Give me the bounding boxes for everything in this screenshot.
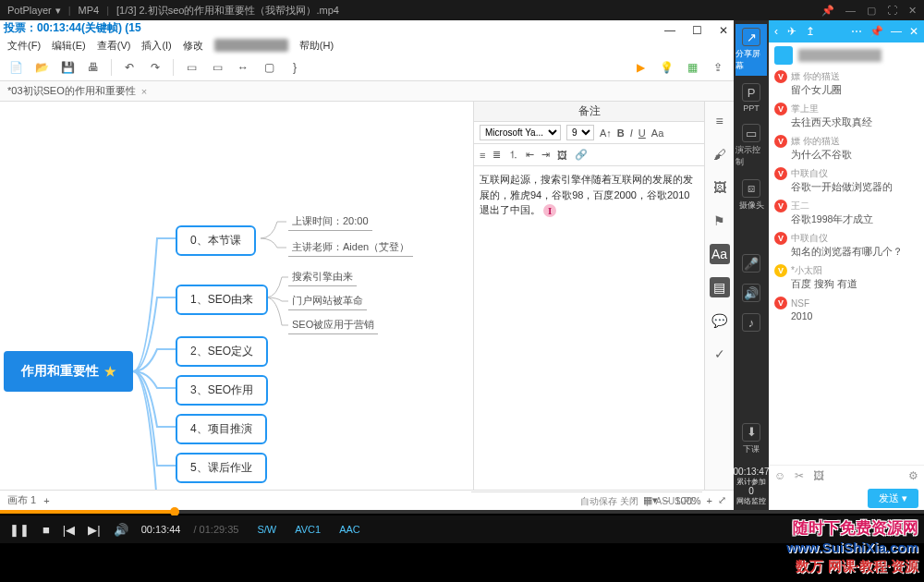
- present-icon[interactable]: ▶: [630, 57, 650, 78]
- inner-minimize-icon[interactable]: —: [664, 24, 675, 37]
- notes-toggle-icon[interactable]: ▤: [710, 277, 730, 297]
- stop-button[interactable]: ■: [43, 523, 50, 537]
- zoom-in-icon[interactable]: +: [707, 495, 712, 506]
- menu-help[interactable]: 帮助(H): [299, 39, 334, 53]
- notes-textarea[interactable]: 互联网起源，搜索引擎伴随着互联网的发展的发展的，雅虎94，谷歌98，百度2000…: [474, 166, 704, 490]
- close-icon[interactable]: ✕: [908, 5, 917, 17]
- back-icon[interactable]: ‹: [774, 25, 778, 38]
- canvas-label[interactable]: 画布 1: [7, 493, 36, 507]
- format-brush-icon[interactable]: 🖌: [710, 144, 730, 164]
- document-tab[interactable]: *03初识SEO的作用和重要性 ×: [0, 81, 734, 102]
- underline-button[interactable]: U: [638, 127, 646, 139]
- print-icon[interactable]: 🖶: [83, 57, 103, 78]
- fit-icon[interactable]: ⤢: [718, 494, 726, 506]
- outline-icon[interactable]: ≡: [710, 111, 730, 131]
- list-number-icon[interactable]: ⒈: [508, 148, 518, 162]
- share-screen-button[interactable]: ↗ 分享屏幕: [736, 24, 767, 76]
- chat-list[interactable]: V嫖 你的猫送留个女儿圈V掌上里去往西天求取真经V嫖 你的猫送为什么不谷歌V中联…: [769, 68, 924, 465]
- subtopic-icon[interactable]: ▭: [207, 57, 227, 78]
- summary-icon[interactable]: }: [285, 57, 305, 78]
- emoji-icon[interactable]: ☺: [774, 469, 785, 482]
- boundary-icon[interactable]: ▢: [259, 57, 279, 78]
- prev-button[interactable]: |◀: [63, 523, 75, 537]
- next-button[interactable]: ▶|: [88, 523, 100, 537]
- new-icon[interactable]: 📄: [6, 57, 26, 78]
- relation-icon[interactable]: ↔: [233, 57, 253, 78]
- end-class-button[interactable]: ⬇ 下课: [736, 419, 767, 459]
- image-panel-icon[interactable]: 🖼: [710, 177, 730, 198]
- align-left-icon[interactable]: ≡: [480, 150, 485, 161]
- node-5[interactable]: 5、课后作业: [176, 453, 267, 483]
- root-node[interactable]: 作用和重要性★: [4, 351, 133, 392]
- indent-icon[interactable]: ⇥: [541, 149, 550, 161]
- font-bigger-icon[interactable]: A↑: [600, 127, 612, 139]
- inner-maximize-icon[interactable]: ☐: [692, 24, 702, 37]
- outdent-icon[interactable]: ⇤: [526, 149, 534, 161]
- menu-view[interactable]: 查看(V): [97, 39, 131, 53]
- settings-icon[interactable]: ⚙: [908, 469, 918, 482]
- chat-min-icon[interactable]: —: [891, 25, 902, 38]
- bold-button[interactable]: B: [617, 127, 625, 139]
- chat-pin-icon[interactable]: 📌: [869, 25, 883, 38]
- decoder-mode[interactable]: S/W: [257, 524, 276, 535]
- topic-icon[interactable]: ▭: [181, 57, 201, 78]
- dropdown-icon[interactable]: ▾: [55, 5, 61, 17]
- picture-icon[interactable]: 🖼: [813, 469, 824, 482]
- pause-button[interactable]: ❚❚: [9, 523, 30, 537]
- task-icon[interactable]: ✓: [710, 344, 730, 364]
- minimize-icon[interactable]: —: [845, 5, 856, 17]
- menu-modify[interactable]: 修改: [183, 39, 203, 53]
- node-0[interactable]: 0、本节课: [176, 225, 256, 256]
- node-4[interactable]: 4、项目推演: [176, 414, 267, 444]
- ppt-button[interactable]: P PPT: [736, 79, 767, 116]
- idea-icon[interactable]: 💡: [656, 57, 676, 78]
- maximize-icon[interactable]: ▢: [867, 5, 876, 17]
- progress-bar[interactable]: [0, 510, 924, 514]
- volume-icon[interactable]: 🔊: [114, 523, 128, 537]
- scissors-icon[interactable]: ✂: [795, 469, 804, 482]
- italic-button[interactable]: I: [630, 127, 633, 139]
- present-control-button[interactable]: ▭ 演示控制: [736, 120, 767, 172]
- chat-close-icon[interactable]: ✕: [909, 25, 918, 38]
- text-case-icon[interactable]: Aa: [651, 127, 663, 139]
- mindmap-canvas[interactable]: 作用和重要性★ 0、本节课 1、SEO由来 2、SEO定义 3、SEO作用 4、…: [0, 102, 473, 490]
- open-icon[interactable]: 📂: [31, 57, 52, 78]
- send-button[interactable]: 发送 ▾: [868, 489, 918, 508]
- export-icon[interactable]: ↥: [806, 25, 815, 38]
- camera-button[interactable]: ⧇ 摄像头: [736, 176, 767, 215]
- pin-icon[interactable]: 📌: [821, 5, 834, 17]
- menu-insert[interactable]: 插入(I): [141, 39, 171, 53]
- inner-close-icon[interactable]: ✕: [719, 24, 728, 37]
- add-canvas-icon[interactable]: +: [43, 495, 49, 506]
- node-3[interactable]: 3、SEO作用: [176, 375, 268, 406]
- subnode-0a[interactable]: 上课时间：20:00: [288, 212, 372, 231]
- gantt-icon[interactable]: ▦: [682, 57, 702, 78]
- tab-close-icon[interactable]: ×: [141, 86, 147, 97]
- menu-file[interactable]: 文件(F): [7, 39, 41, 53]
- list-bullet-icon[interactable]: ≣: [492, 149, 501, 161]
- subnode-1b[interactable]: 门户网站被革命: [288, 292, 367, 310]
- plane-icon[interactable]: ✈: [787, 25, 796, 38]
- undo-icon[interactable]: ↶: [119, 57, 140, 78]
- subnode-1a[interactable]: 搜索引擎由来: [288, 268, 357, 286]
- subnode-1c[interactable]: SEO被应用于营销: [288, 316, 378, 334]
- save-icon[interactable]: 💾: [57, 57, 78, 78]
- fullscreen-icon[interactable]: ⛶: [887, 5, 897, 17]
- speaker-button[interactable]: 🔊: [736, 280, 767, 306]
- node-2[interactable]: 2、SEO定义: [176, 336, 268, 367]
- redo-icon[interactable]: ↷: [145, 57, 165, 78]
- mic-button[interactable]: 🎤: [736, 250, 767, 276]
- share-icon[interactable]: ⇪: [708, 57, 728, 78]
- marker-icon[interactable]: ⚑: [710, 211, 730, 231]
- node-1[interactable]: 1、SEO由来: [176, 285, 268, 315]
- chat-more-icon[interactable]: ⋯: [851, 25, 862, 38]
- menu-edit[interactable]: 编辑(E): [52, 39, 86, 53]
- fontsize-select[interactable]: 9: [566, 125, 594, 140]
- font-select[interactable]: Microsoft Ya...: [480, 125, 561, 140]
- text-style-icon[interactable]: Aa: [710, 244, 730, 264]
- link-icon[interactable]: 🔗: [575, 149, 588, 161]
- subnode-0b[interactable]: 主讲老师：Aiden（艾登）: [288, 238, 413, 257]
- image-icon[interactable]: 🖼: [557, 150, 567, 161]
- music-button[interactable]: ♪: [736, 309, 767, 335]
- comments-icon[interactable]: 💬: [710, 310, 730, 331]
